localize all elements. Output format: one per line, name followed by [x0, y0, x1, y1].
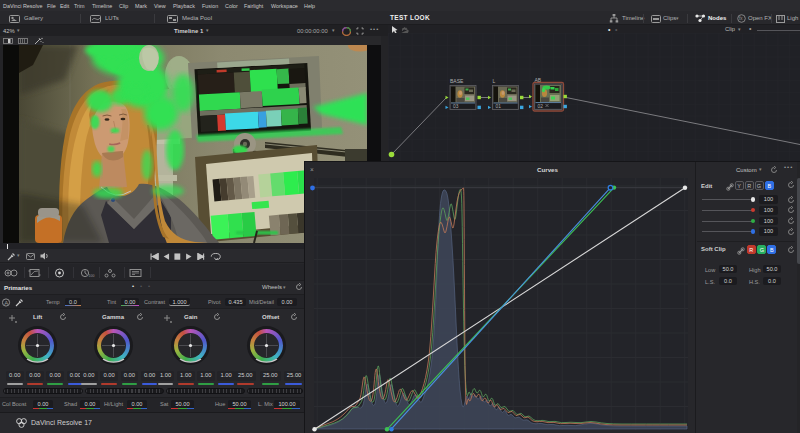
svg-text:03: 03 [453, 104, 459, 109]
svg-text:fx: fx [739, 16, 743, 21]
svg-text:02: 02 [538, 104, 544, 109]
svg-text:100: 100 [89, 274, 95, 278]
svg-text:01: 01 [496, 104, 502, 109]
svg-text:BASE: BASE [450, 78, 464, 84]
svg-text:AB: AB [535, 77, 542, 83]
svg-text:L: L [493, 78, 496, 84]
